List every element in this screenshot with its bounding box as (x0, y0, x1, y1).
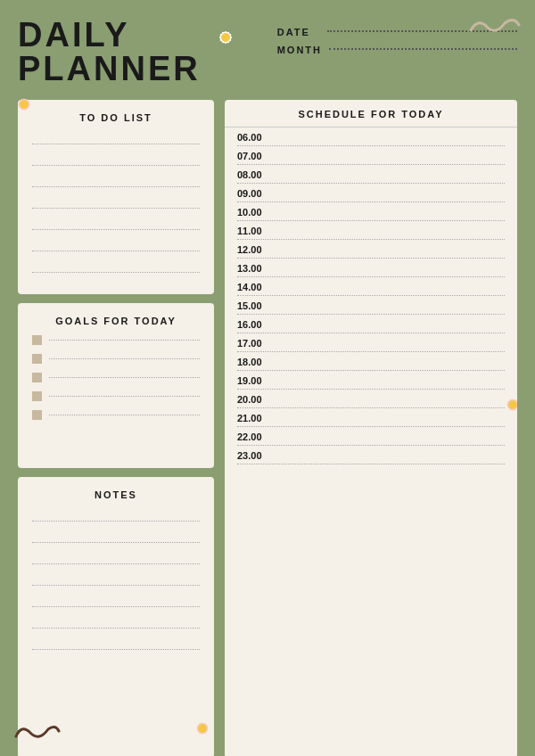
schedule-time-11.00: 11.00 (237, 226, 269, 236)
checkbox-3[interactable] (32, 373, 42, 382)
month-line[interactable] (329, 48, 517, 50)
goal-line-3[interactable] (49, 377, 200, 378)
title-planner: PLANNER (18, 52, 201, 86)
schedule-time-10.00: 10.00 (237, 207, 269, 218)
daisy-header-icon (210, 21, 242, 53)
squiggle-top-right-icon (467, 14, 521, 39)
goal-item-3 (32, 373, 200, 382)
schedule-time-18.00: 18.00 (237, 357, 269, 367)
schedule-time-14.00: 14.00 (237, 282, 269, 292)
schedule-time-15.00: 15.00 (237, 300, 269, 311)
schedule-row: 16.00 (237, 315, 505, 333)
goal-item-1 (32, 335, 200, 345)
todo-line-6[interactable] (32, 239, 200, 251)
schedule-time-17.00: 17.00 (237, 338, 269, 349)
main-content: TO DO LIST GOALS FOR TODAY (18, 100, 517, 756)
schedule-flower-icon (498, 390, 517, 423)
left-column: TO DO LIST GOALS FOR TODAY (18, 100, 214, 756)
schedule-time-13.00: 13.00 (237, 263, 269, 274)
schedule-time-09.00: 09.00 (237, 188, 269, 199)
checkbox-1[interactable] (32, 335, 42, 345)
todo-line-4[interactable] (32, 196, 200, 209)
schedule-list: 06.0007.0008.0009.0010.0011.0012.0013.00… (225, 127, 517, 464)
schedule-row: 14.00 (237, 277, 505, 296)
svg-point-6 (221, 33, 230, 42)
todo-line-5[interactable] (32, 218, 200, 230)
todo-line-2[interactable] (32, 153, 200, 166)
todo-line-3[interactable] (32, 175, 200, 187)
schedule-time-22.00: 22.00 (237, 431, 269, 442)
schedule-time-08.00: 08.00 (237, 169, 269, 180)
bottom-flower-icon (187, 713, 218, 747)
notes-title: NOTES (32, 489, 200, 500)
schedule-row: 17.00 (237, 333, 505, 352)
month-label: MONTH (277, 45, 322, 55)
checkbox-4[interactable] (32, 391, 42, 401)
schedule-row: 09.00 (237, 184, 505, 202)
checkbox-2[interactable] (32, 354, 42, 364)
schedule-row: 21.00 (237, 408, 505, 427)
notes-line-4[interactable] (32, 573, 200, 586)
todo-title: TO DO LIST (32, 112, 200, 123)
schedule-row: 22.00 (237, 427, 505, 446)
notes-line-7[interactable] (32, 637, 200, 650)
goal-item-5 (32, 410, 200, 420)
svg-point-13 (20, 100, 28, 108)
notes-card: NOTES (18, 477, 214, 756)
notes-line-6[interactable] (32, 616, 200, 629)
schedule-time-16.00: 16.00 (237, 319, 269, 330)
title-block: DAILY PLANNER (18, 18, 201, 86)
title-daily: DAILY (18, 18, 201, 52)
svg-point-20 (508, 400, 516, 408)
header-flower (201, 18, 251, 57)
header: DAILY PLANNER DATE (18, 18, 517, 86)
schedule-row: 10.00 (237, 202, 505, 221)
goals-card: GOALS FOR TODAY (18, 303, 214, 468)
schedule-time-07.00: 07.00 (237, 151, 269, 161)
page: DAILY PLANNER DATE (0, 0, 535, 756)
goal-item-2 (32, 354, 200, 364)
goal-item-4 (32, 391, 200, 401)
checkbox-5[interactable] (32, 410, 42, 420)
notes-line-2[interactable] (32, 530, 200, 543)
schedule-title: SCHEDULE FOR TODAY (225, 100, 517, 127)
todo-card: TO DO LIST (18, 100, 214, 294)
month-row: MONTH (277, 45, 517, 55)
schedule-time-06.00: 06.00 (237, 132, 269, 143)
goal-line-5[interactable] (49, 415, 200, 415)
notes-line-3[interactable] (32, 552, 200, 564)
squiggle-bottom-left-icon (12, 720, 61, 744)
goals-title: GOALS FOR TODAY (32, 316, 200, 326)
goal-line-4[interactable] (49, 396, 200, 397)
notes-line-1[interactable] (32, 509, 200, 522)
schedule-time-20.00: 20.00 (237, 394, 269, 405)
todo-flower-corner-icon (9, 89, 39, 123)
schedule-row: 07.00 (237, 146, 505, 165)
schedule-row: 12.00 (237, 240, 505, 259)
schedule-card: SCHEDULE FOR TODAY (225, 100, 517, 756)
schedule-time-23.00: 23.00 (237, 450, 269, 461)
goal-line-2[interactable] (49, 358, 200, 359)
schedule-row: 13.00 (237, 259, 505, 277)
schedule-row: 20.00 (237, 390, 505, 408)
schedule-time-21.00: 21.00 (237, 413, 269, 423)
notes-line-5[interactable] (32, 595, 200, 607)
todo-line-1[interactable] (32, 132, 200, 144)
schedule-row: 18.00 (237, 352, 505, 371)
date-label: DATE (277, 27, 320, 37)
schedule-row: 06.00 (237, 127, 505, 146)
schedule-row: 11.00 (237, 221, 505, 240)
schedule-time-12.00: 12.00 (237, 244, 269, 255)
schedule-row: 19.00 (237, 371, 505, 390)
schedule-row: 23.00 (237, 446, 505, 464)
svg-point-27 (198, 724, 206, 732)
schedule-row: 15.00 (237, 296, 505, 315)
todo-line-7[interactable] (32, 260, 200, 273)
schedule-time-19.00: 19.00 (237, 375, 269, 386)
right-column: SCHEDULE FOR TODAY (225, 100, 517, 756)
schedule-row: 08.00 (237, 165, 505, 184)
goal-line-1[interactable] (49, 340, 200, 341)
